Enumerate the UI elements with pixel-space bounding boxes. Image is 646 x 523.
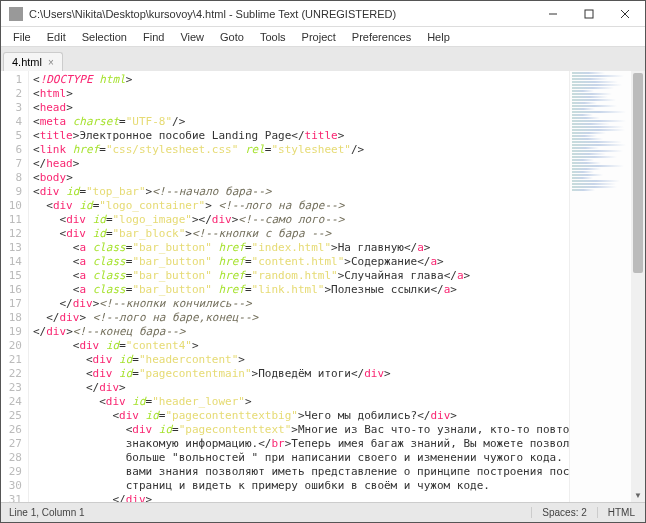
code-editor[interactable]: <!DOCTYPE html><html><head><meta charset…: [29, 71, 569, 502]
svg-rect-1: [585, 10, 593, 18]
menu-find[interactable]: Find: [135, 29, 172, 45]
vertical-scrollbar[interactable]: ▲ ▼: [631, 71, 645, 502]
status-cursor-pos[interactable]: Line 1, Column 1: [1, 507, 93, 518]
menu-selection[interactable]: Selection: [74, 29, 135, 45]
maximize-button[interactable]: [571, 2, 607, 26]
window-title: C:\Users\Nikita\Desktop\kursovoy\4.html …: [29, 8, 535, 20]
menu-edit[interactable]: Edit: [39, 29, 74, 45]
minimap[interactable]: [569, 71, 631, 502]
tab-4html[interactable]: 4.html ×: [3, 52, 63, 71]
menu-preferences[interactable]: Preferences: [344, 29, 419, 45]
status-indent[interactable]: Spaces: 2: [531, 507, 596, 518]
scroll-down-icon[interactable]: ▼: [631, 488, 645, 502]
menu-file[interactable]: File: [5, 29, 39, 45]
menu-project[interactable]: Project: [294, 29, 344, 45]
statusbar: Line 1, Column 1 Spaces: 2 HTML: [1, 502, 645, 522]
close-button[interactable]: [607, 2, 643, 26]
editor-area: 1234567891011121314151617181920212223242…: [1, 71, 645, 502]
menu-help[interactable]: Help: [419, 29, 458, 45]
menu-view[interactable]: View: [172, 29, 212, 45]
tab-close-icon[interactable]: ×: [48, 57, 54, 68]
line-gutter: 1234567891011121314151617181920212223242…: [1, 71, 29, 502]
tab-label: 4.html: [12, 56, 42, 68]
menu-tools[interactable]: Tools: [252, 29, 294, 45]
tabbar: 4.html ×: [1, 47, 645, 71]
titlebar: C:\Users\Nikita\Desktop\kursovoy\4.html …: [1, 1, 645, 27]
menu-goto[interactable]: Goto: [212, 29, 252, 45]
minimize-button[interactable]: [535, 2, 571, 26]
app-icon: [9, 7, 23, 21]
status-syntax[interactable]: HTML: [597, 507, 645, 518]
scrollbar-thumb[interactable]: [633, 73, 643, 273]
menubar: File Edit Selection Find View Goto Tools…: [1, 27, 645, 47]
window-controls: [535, 2, 643, 26]
